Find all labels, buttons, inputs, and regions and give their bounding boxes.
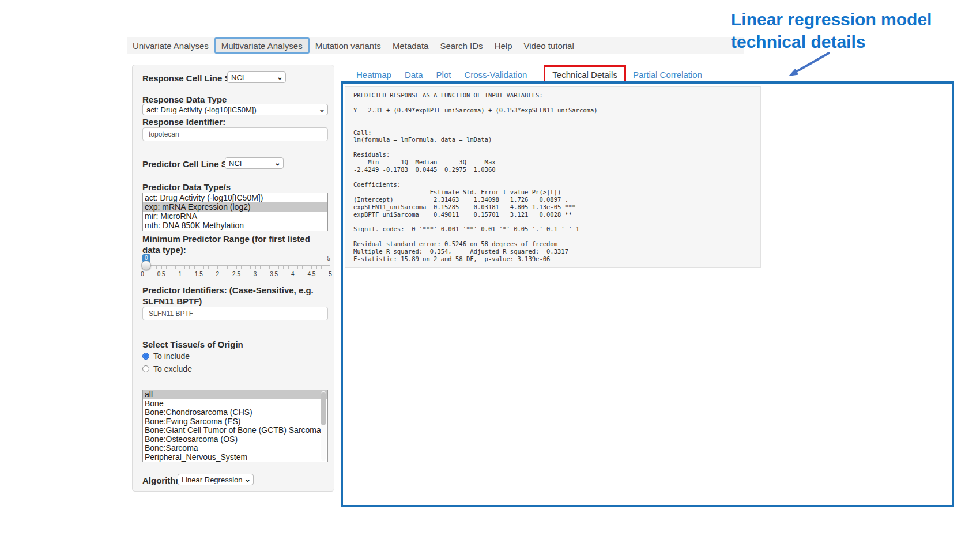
nav-help[interactable]: Help [489,37,518,54]
algorithm-value: Linear Regression [182,475,243,484]
list-item[interactable]: Bone [143,399,327,409]
annotation-line-2: technical details [731,31,973,53]
r-model-output: PREDICTED RESPONSE AS A FUNCTION OF INPU… [345,86,761,268]
nav-search-ids[interactable]: Search IDs [434,37,488,54]
slider-tick-labels: 0 0.5 1 1.5 2 2.5 3 3.5 4 4.5 5 [142,271,330,278]
list-item[interactable]: Bone:Giant Cell Tumor of Bone (GCTB) Sar… [143,426,327,435]
app-screen: Univariate Analyses Multivariate Analyse… [0,0,980,551]
tab-heatmap[interactable]: Heatmap [356,70,391,80]
tissue-include-radio-row[interactable]: To include [142,352,190,361]
nav-multivariate-analyses[interactable]: Multivariate Analyses [214,37,310,54]
radio-unselected-icon[interactable] [142,365,149,372]
tissue-exclude-radio-row[interactable]: To exclude [142,364,192,373]
list-item[interactable]: Bone:Sarcoma [143,444,327,453]
nav-metadata[interactable]: Metadata [387,37,435,54]
slider-handle[interactable] [141,261,151,270]
predictor-cell-line-set-value: NCI [229,159,273,168]
sidebar-form: Response Cell Line Set NCI ⌄ Response Da… [132,65,334,492]
chevron-down-icon: ⌄ [319,107,325,112]
predictor-data-types-label: Predictor Data Type/s [142,182,327,192]
tab-data[interactable]: Data [405,70,423,80]
response-data-type-value: act: Drug Activity (-log10[IC50M]) [146,105,317,114]
tick-label: 5 [329,271,332,277]
slider-ticks [142,266,330,269]
tick-label: 0.5 [157,271,165,277]
tick-label: 2.5 [232,271,240,277]
tick-label: 1 [178,271,182,277]
list-item[interactable]: mir: MicroRNA [143,212,327,221]
predictor-identifiers-label: Predictor Identifiers: (Case-Sensitive, … [142,285,327,307]
tick-label: 0 [141,271,144,277]
tissue-origin-label: Select Tissue/s of Origin [142,339,327,349]
tab-partial-correlation[interactable]: Partial Correlation [633,70,702,80]
chevron-down-icon: ⌄ [277,74,283,80]
list-item[interactable]: Bone:Chondrosarcoma (CHS) [143,408,327,417]
predictor-identifiers-input[interactable] [142,307,328,320]
list-item[interactable]: act: Drug Activity (-log10[IC50M]) [143,193,327,202]
nav-video-tutorial[interactable]: Video tutorial [518,37,579,54]
scrollbar-thumb[interactable] [321,392,326,425]
nav-univariate-analyses[interactable]: Univariate Analyses [127,37,214,54]
response-identifier-input[interactable] [142,127,328,141]
tick-label: 4 [291,271,295,277]
response-data-type-select[interactable]: act: Drug Activity (-log10[IC50M]) ⌄ [142,104,328,115]
tissue-include-label: To include [153,352,190,361]
scrollbar[interactable] [321,391,326,461]
tick-label: 2 [216,271,220,277]
tick-label: 3 [254,271,257,277]
technical-details-panel: PREDICTED RESPONSE AS A FUNCTION OF INPU… [341,81,954,507]
response-cell-line-set-select[interactable]: NCI ⌄ [227,71,286,83]
response-cell-line-set-value: NCI [231,73,275,82]
annotation-line-1: Linear regression model [731,8,973,31]
list-item[interactable]: exp: mRNA Expression (log2) [143,202,327,212]
tissue-exclude-label: To exclude [153,364,192,373]
list-item[interactable]: mth: DNA 850K Methylation [143,221,327,230]
response-identifier-label: Response Identifier: [142,117,327,127]
list-item[interactable]: Bone:Osteosarcoma (OS) [143,435,327,444]
nav-mutation-variants[interactable]: Mutation variants [310,37,387,54]
tissue-listbox: all Bone Bone:Chondrosarcoma (CHS) Bone:… [142,390,328,462]
tick-label: 4.5 [307,271,315,277]
tick-label: 3.5 [270,271,278,277]
list-item[interactable]: Bone:Ewing Sarcoma (ES) [143,417,327,427]
annotation-text: Linear regression model technical detail… [731,8,973,53]
tab-cross-validation[interactable]: Cross-Validation [464,70,527,80]
algorithm-select[interactable]: Linear Regression ⌄ [178,474,254,485]
chevron-down-icon: ⌄ [244,477,251,482]
radio-selected-icon[interactable] [142,353,149,360]
chevron-down-icon: ⌄ [274,160,281,166]
annotation-arrow-icon [783,50,838,80]
min-predictor-range-slider: 0 5 0 0.5 1 1.5 2 2.5 3 3.5 4 4.5 5 [142,254,330,282]
list-item[interactable]: Peripheral_Nervous_System [143,453,327,462]
tick-label: 1.5 [195,271,203,277]
min-predictor-range-label: Minimum Predictor Range (for first liste… [142,233,327,255]
predictor-cell-line-set-select[interactable]: NCI ⌄ [225,157,284,169]
list-item[interactable]: all [143,390,327,399]
predictor-data-types-listbox: act: Drug Activity (-log10[IC50M]) exp: … [142,193,328,231]
slider-max-label: 5 [327,255,330,262]
response-data-type-label: Response Data Type [142,95,327,104]
top-nav: Univariate Analyses Multivariate Analyse… [127,37,744,54]
tab-plot[interactable]: Plot [436,70,451,80]
